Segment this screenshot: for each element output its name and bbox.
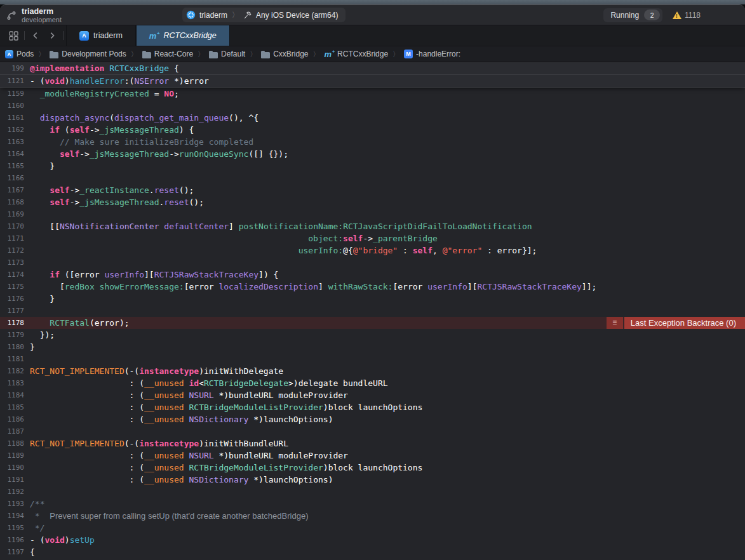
line-number[interactable]: 1185 — [0, 401, 24, 413]
code-line-1164[interactable]: 1164 self->_jsMessageThread->runOnQueueS… — [0, 148, 745, 160]
code-line-1121[interactable]: 1121- (void)handleError:(NSError *)error — [0, 75, 745, 88]
line-number[interactable]: 1187 — [0, 425, 24, 437]
exception-backtrace-label[interactable]: Last Exception Backtrace (0) — [624, 317, 745, 329]
code-line-1161[interactable]: 1161 dispatch_async(dispatch_get_main_qu… — [0, 112, 745, 124]
code-line-1188[interactable]: 1188RCT_NOT_IMPLEMENTED(-(instancetype)i… — [0, 437, 745, 450]
line-number[interactable]: 1163 — [0, 136, 24, 148]
breadcrumb-item-development-pods[interactable]: Development Pods — [50, 50, 126, 58]
code-line-1197[interactable]: 1197{ — [0, 546, 745, 558]
code-line-1173[interactable]: 1173 — [0, 257, 745, 269]
code-line-1191[interactable]: 1191 : (__unused NSDictionary *)launchOp… — [0, 474, 745, 486]
tab-triaderm[interactable]: Atriaderm — [66, 25, 136, 46]
line-number[interactable]: 1195 — [0, 522, 24, 534]
code-line-1175[interactable]: 1175 [redBox showErrorMessage:[error loc… — [0, 281, 745, 293]
line-number[interactable]: 1176 — [0, 293, 24, 305]
line-number[interactable]: 1173 — [0, 257, 24, 269]
code-line-1190[interactable]: 1190 : (__unused RCTBridgeModuleListProv… — [0, 462, 745, 474]
line-number[interactable]: 1170 — [0, 220, 24, 232]
code-line-1166[interactable]: 1166 — [0, 172, 745, 184]
code-line-1169[interactable]: 1169 — [0, 208, 745, 220]
code-line-1174[interactable]: 1174 if ([error userInfo][RCTJSRawStackT… — [0, 269, 745, 281]
line-number[interactable]: 1167 — [0, 184, 24, 196]
code-line-1167[interactable]: 1167 self->_reactInstance.reset(); — [0, 184, 745, 196]
source-editor[interactable]: 199@implementation RCTCxxBridge {1121- (… — [0, 62, 745, 560]
code-line-1194[interactable]: 1194 * Prevent super from calling setUp … — [0, 510, 745, 522]
code-line-1181[interactable]: 1181 — [0, 353, 745, 365]
code-line-1183[interactable]: 1183 : (__unused id<RCTBridgeDelegate>)d… — [0, 377, 745, 389]
code-line-1196[interactable]: 1196- (void)setUp — [0, 534, 745, 546]
line-number[interactable]: 1189 — [0, 450, 24, 462]
line-number[interactable]: 1183 — [0, 377, 24, 389]
breadcrumb-item-rctcxxbridge[interactable]: mRCTCxxBridge — [325, 50, 389, 58]
code-line-1186[interactable]: 1186 : (__unused NSDictionary *)launchOp… — [0, 413, 745, 425]
code-line-1171[interactable]: 1171 object:self->_parentBridge — [0, 232, 745, 244]
line-number[interactable]: 1197 — [0, 546, 24, 558]
line-number[interactable]: 1175 — [0, 281, 24, 293]
code-line-1159[interactable]: 1159 _moduleRegistryCreated = NO; — [0, 88, 745, 100]
code-line-1168[interactable]: 1168 self->_jsMessageThread.reset(); — [0, 196, 745, 208]
line-number[interactable]: 1184 — [0, 389, 24, 401]
code-line-1192[interactable]: 1192 — [0, 486, 745, 498]
line-number[interactable]: 1188 — [0, 437, 24, 450]
activity-viewer[interactable]: Running 2 — [603, 8, 662, 22]
code-line-1162[interactable]: 1162 if (self->_jsMessageThread) { — [0, 124, 745, 136]
code-line-1185[interactable]: 1185 : (__unused RCTBridgeModuleListProv… — [0, 401, 745, 413]
breadcrumb-item-pods[interactable]: APods — [5, 50, 34, 58]
warnings-indicator[interactable]: 1118 — [673, 11, 701, 20]
navigate-forward-icon[interactable] — [44, 25, 60, 46]
run-destination[interactable]: Any iOS Device (arm64) — [256, 11, 338, 20]
code-line-1170[interactable]: 1170 [[NSNotificationCenter defaultCente… — [0, 220, 745, 232]
line-number[interactable]: 1181 — [0, 353, 24, 365]
line-number[interactable]: 1190 — [0, 462, 24, 474]
tab-rctcxxbridge[interactable]: mRCTCxxBridge — [136, 25, 230, 46]
line-number[interactable]: 1186 — [0, 413, 24, 425]
code-line-1180[interactable]: 1180} — [0, 341, 745, 353]
runtime-issue-annotation[interactable]: ≡Last Exception Backtrace (0) — [607, 317, 745, 329]
line-number[interactable]: 1196 — [0, 534, 24, 546]
line-number[interactable]: 1164 — [0, 148, 24, 160]
breadcrumb-item-react-core[interactable]: React-Core — [142, 50, 193, 58]
line-number[interactable]: 1174 — [0, 269, 24, 281]
line-number[interactable]: 1182 — [0, 365, 24, 377]
scheme-name[interactable]: triaderm — [199, 11, 227, 20]
line-number[interactable]: 1192 — [0, 486, 24, 498]
code-line-1160[interactable]: 1160 — [0, 100, 745, 112]
line-number[interactable]: 1177 — [0, 305, 24, 317]
line-number[interactable]: 1193 — [0, 498, 24, 510]
code-line-1193[interactable]: 1193/** — [0, 498, 745, 510]
code-line-1178[interactable]: 1178 RCTFatal(error);≡Last Exception Bac… — [0, 317, 745, 329]
breadcrumb-item--handleerror-[interactable]: M-handleError: — [404, 50, 460, 58]
code-line-1172[interactable]: 1172 userInfo:@{@"bridge" : self, @"erro… — [0, 244, 745, 257]
line-number[interactable]: 199 — [0, 62, 24, 74]
code-line-1176[interactable]: 1176 } — [0, 293, 745, 305]
line-number[interactable]: 1194 — [0, 510, 24, 522]
line-number[interactable]: 1168 — [0, 196, 24, 208]
line-number[interactable]: 1121 — [0, 75, 24, 87]
line-number[interactable]: 1169 — [0, 208, 24, 220]
breadcrumb-item-cxxbridge[interactable]: CxxBridge — [261, 50, 308, 58]
navigate-back-icon[interactable] — [27, 25, 44, 46]
code-line-1195[interactable]: 1195 */ — [0, 522, 745, 534]
code-line-1177[interactable]: 1177 — [0, 305, 745, 317]
code-line-199[interactable]: 199@implementation RCTCxxBridge { — [0, 62, 745, 75]
line-number[interactable]: 1162 — [0, 124, 24, 136]
code-line-1187[interactable]: 1187 — [0, 425, 745, 437]
line-number[interactable]: 1166 — [0, 172, 24, 184]
backtrace-lines-icon[interactable]: ≡ — [607, 317, 623, 329]
line-number[interactable]: 1191 — [0, 474, 24, 486]
line-number[interactable]: 1160 — [0, 100, 24, 112]
code-line-1165[interactable]: 1165 } — [0, 160, 745, 172]
related-items-grid-icon[interactable] — [5, 25, 22, 46]
line-number[interactable]: 1179 — [0, 329, 24, 341]
scheme-selector[interactable]: triaderm 〉 Any iOS Device (arm64) — [182, 8, 346, 22]
code-line-1189[interactable]: 1189 : (__unused NSURL *)bundleURL modul… — [0, 450, 745, 462]
line-number[interactable]: 1171 — [0, 232, 24, 244]
line-number[interactable]: 1159 — [0, 88, 24, 100]
line-number[interactable]: 1161 — [0, 112, 24, 124]
line-number[interactable]: 1178 — [0, 317, 24, 329]
code-line-1184[interactable]: 1184 : (__unused NSURL *)bundleURL modul… — [0, 389, 745, 401]
breadcrumb-item-default[interactable]: Default — [209, 50, 245, 58]
code-line-1163[interactable]: 1163 // Make sure initializeBridge compl… — [0, 136, 745, 148]
line-number[interactable]: 1172 — [0, 244, 24, 257]
line-number[interactable]: 1165 — [0, 160, 24, 172]
